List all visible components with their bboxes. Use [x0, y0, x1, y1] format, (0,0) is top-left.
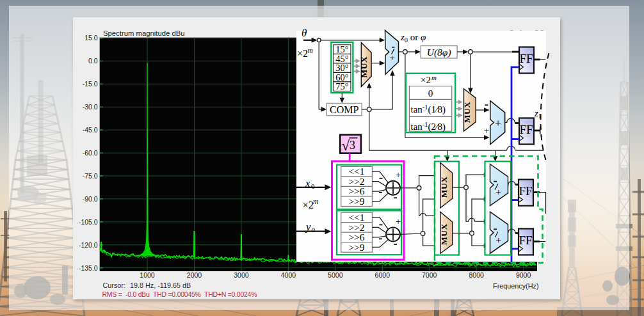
- svg-text:×2: ×2: [297, 48, 308, 59]
- svg-text:Spectrum magnitude dBu: Spectrum magnitude dBu: [103, 29, 184, 37]
- svg-text:COMP: COMP: [330, 104, 358, 115]
- svg-text:θ: θ: [302, 27, 307, 39]
- svg-text:>>2: >>2: [348, 222, 364, 233]
- svg-text:>>6: >>6: [348, 186, 364, 196]
- svg-text:>>2: >>2: [348, 176, 364, 187]
- svg-text:>>9: >>9: [348, 196, 364, 207]
- svg-text:3: 3: [350, 139, 355, 152]
- svg-text:-105.0: -105.0: [79, 218, 98, 226]
- svg-text:FF: FF: [519, 123, 533, 136]
- svg-text:+: +: [396, 216, 401, 226]
- svg-text:75°: 75°: [335, 81, 349, 91]
- svg-text:tan-1(1⁄8): tan-1(1⁄8): [411, 104, 446, 115]
- svg-text:FF: FF: [519, 233, 532, 247]
- svg-text:9000: 9000: [516, 271, 531, 279]
- svg-text:FF: FF: [519, 184, 532, 198]
- svg-text:-120.0: -120.0: [79, 241, 98, 249]
- svg-text:m: m: [308, 47, 313, 54]
- svg-text:MUX: MUX: [359, 56, 369, 78]
- svg-text:>>9: >>9: [348, 242, 364, 253]
- svg-text:m: m: [313, 198, 318, 205]
- svg-text:0.0: 0.0: [88, 57, 98, 65]
- svg-text:0: 0: [312, 226, 316, 233]
- svg-text:-45.0: -45.0: [83, 126, 98, 134]
- svg-text:MUX: MUX: [462, 102, 472, 123]
- svg-text:-60.0: -60.0: [83, 149, 98, 157]
- svg-text:MUX: MUX: [439, 176, 449, 198]
- svg-text:-15.0: -15.0: [83, 80, 98, 88]
- svg-text:U(8φ): U(8φ): [427, 47, 451, 58]
- svg-text:Frequency(Hz): Frequency(Hz): [493, 282, 538, 290]
- svg-text:4000: 4000: [281, 271, 296, 279]
- svg-text:z0 or φ: z0 or φ: [400, 32, 426, 43]
- svg-text:>>6: >>6: [348, 232, 364, 242]
- svg-text:<<1: <<1: [348, 212, 364, 223]
- svg-text:5000: 5000: [328, 271, 343, 279]
- svg-text:+: +: [495, 234, 501, 245]
- svg-text:<<1: <<1: [348, 166, 364, 177]
- svg-text:+: +: [484, 125, 489, 136]
- svg-text:tan-1(2⁄8): tan-1(2⁄8): [411, 121, 446, 132]
- svg-text:+: +: [396, 170, 401, 180]
- svg-text:-30.0: -30.0: [83, 103, 98, 111]
- svg-text:√: √: [342, 138, 350, 154]
- svg-text:3000: 3000: [234, 271, 249, 279]
- svg-text:19.8 Hz, -119.65 dB: 19.8 Hz, -119.65 dB: [130, 281, 191, 289]
- svg-text:+: +: [389, 52, 395, 63]
- svg-text:-75.0: -75.0: [83, 172, 98, 180]
- svg-text:+: +: [495, 117, 501, 129]
- svg-text:8000: 8000: [469, 271, 485, 279]
- svg-text:-90.0: -90.0: [83, 195, 98, 203]
- svg-text:-135.0: -135.0: [79, 264, 98, 272]
- svg-text:2000: 2000: [187, 271, 202, 279]
- svg-text:+: +: [495, 186, 501, 197]
- svg-text:15.0: 15.0: [85, 34, 98, 42]
- svg-text:RMS = -0.0 dBu THD =0.00045%: RMS = -0.0 dBu THD =0.00045% THD+N =0.00…: [102, 290, 257, 298]
- svg-text:0: 0: [428, 88, 433, 99]
- svg-text:FF: FF: [519, 52, 533, 65]
- svg-text:Cursor:: Cursor:: [103, 281, 125, 289]
- svg-text:m: m: [431, 74, 437, 81]
- svg-text:MUX: MUX: [439, 223, 449, 245]
- svg-text:0: 0: [311, 182, 315, 190]
- svg-text:1000: 1000: [140, 271, 155, 279]
- svg-text:×2: ×2: [421, 75, 431, 85]
- svg-text:7000: 7000: [422, 271, 437, 279]
- svg-text:6000: 6000: [375, 271, 390, 279]
- svg-text:×2: ×2: [303, 199, 314, 211]
